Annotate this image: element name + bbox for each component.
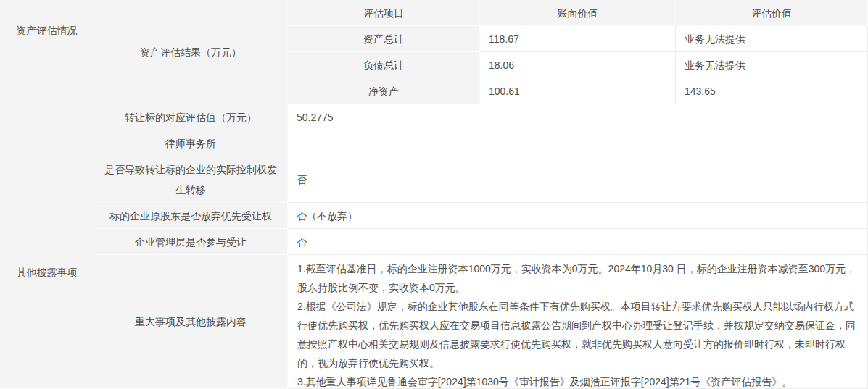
disclosure-paragraph-3: 3.其他重大事项详见鲁通会审字[2024]第1030号《审计报告》及烟浩正评报字… (297, 372, 858, 389)
disclosure-paragraph-1: 1.截至评估基准日，标的企业注册资本1000万元，实收资本为0万元。2024年1… (297, 259, 858, 297)
nested-header-item: 评估项目 (288, 0, 480, 26)
nested-cell-net-assets-eval: 143.65 (676, 78, 868, 104)
cell-text: 118.67 (489, 32, 519, 46)
nested-header-book-value: 账面价值 (480, 0, 676, 26)
section-title: 其他披露事项 (17, 262, 78, 283)
section-title: 资产评估情况 (17, 20, 78, 41)
row-label-mgmt-participate: 企业管理层是否参与受让 (94, 229, 288, 255)
row-value-law-firm (288, 130, 868, 156)
nested-cell-total-liabilities-book: 18.06 (480, 52, 676, 78)
row-value-control-transfer: 否 (288, 156, 868, 203)
row-label-text: 转让标的对应评估值（万元） (125, 107, 257, 127)
row-value-major-items: 1.截至评估基准日，标的企业注册资本1000万元，实收资本为0万元。2024年1… (288, 255, 868, 389)
disclosure-paragraph-2: 2.根据《公司法》规定，标的企业其他股东在同等条件下有优先购买权。本项目转让方要… (297, 297, 858, 372)
row-label-control-transfer: 是否导致转让标的企业的实际控制权发生转移 (94, 156, 288, 203)
nested-row-item-net-assets: 净资产 (288, 78, 480, 104)
cell-text: 负债总计 (363, 55, 404, 75)
asset-evaluation-disclosure-table: 资产评估情况 其他披露事项 资产评估结果（万元） 评估项目 账面价值 评估价值 … (0, 0, 868, 389)
cell-text: 业务无法提供 (685, 32, 745, 46)
cell-text: 净资产 (368, 81, 399, 101)
cell-text: 否（不放弃） (297, 209, 357, 223)
section-label-other-disclosures: 其他披露事项 (0, 156, 94, 389)
nested-cell-total-assets-eval: 业务无法提供 (676, 26, 868, 52)
row-label-text: 律师事务所 (165, 133, 216, 154)
header-text: 评估项目 (363, 3, 404, 23)
row-label-text: 是否导致转让标的企业的实际控制权发生转移 (102, 159, 280, 200)
row-value-transfer-eval-value: 50.2775 (288, 104, 868, 130)
row-label-law-firm: 律师事务所 (94, 130, 288, 156)
cell-text: 否 (297, 235, 307, 249)
row-label-waive-priority: 标的企业原股东是否放弃优先受让权 (94, 203, 288, 229)
section-label-asset-evaluation: 资产评估情况 (0, 0, 94, 156)
nested-row-item-total-liabilities: 负债总计 (288, 52, 480, 78)
cell-text: 18.06 (489, 58, 514, 72)
cell-text: 100.61 (489, 84, 520, 99)
row-value-mgmt-participate: 否 (288, 229, 868, 255)
row-label-text: 资产评估结果（万元） (140, 42, 241, 62)
row-value-waive-priority: 否（不放弃） (288, 203, 868, 229)
row-label-transfer-eval-value: 转让标的对应评估值（万元） (94, 104, 288, 130)
nested-cell-net-assets-book: 100.61 (480, 78, 676, 104)
row-label-asset-eval-result: 资产评估结果（万元） (94, 0, 288, 104)
row-label-text: 重大事项及其他披露内容 (135, 311, 247, 332)
row-label-major-items: 重大事项及其他披露内容 (94, 255, 288, 389)
cell-text: 50.2775 (297, 110, 334, 125)
header-text: 账面价值 (558, 3, 598, 23)
cell-text: 业务无法提供 (685, 58, 745, 72)
cell-text: 143.65 (685, 84, 716, 99)
nested-cell-total-assets-book: 118.67 (480, 26, 676, 52)
row-label-text: 标的企业原股东是否放弃优先受让权 (109, 206, 272, 226)
cell-text: 否 (297, 172, 307, 187)
cell-text: 资产总计 (363, 29, 404, 49)
nested-row-item-total-assets: 资产总计 (288, 26, 480, 52)
header-text: 评估价值 (751, 3, 792, 23)
nested-header-eval-value: 评估价值 (676, 0, 868, 26)
row-label-text: 企业管理层是否参与受让 (135, 232, 247, 252)
nested-cell-total-liabilities-eval: 业务无法提供 (676, 52, 868, 78)
